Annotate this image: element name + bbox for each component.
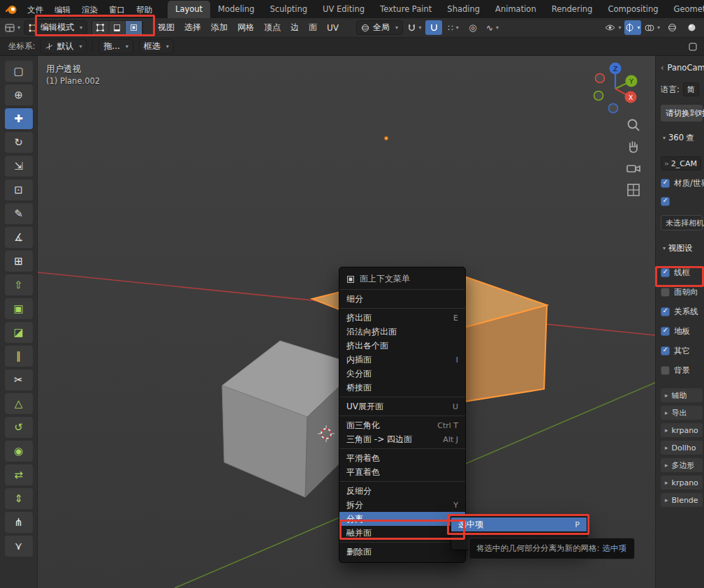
checkbox-row[interactable]: 线框 bbox=[661, 265, 704, 279]
tool-button[interactable]: ✂ bbox=[5, 369, 33, 390]
shading-solid-button[interactable] bbox=[683, 20, 700, 35]
menubar-item[interactable]: 窗口 bbox=[103, 3, 131, 17]
tool-button[interactable]: ⊞ bbox=[5, 251, 33, 272]
viewport-menu-item[interactable]: 顶点 bbox=[259, 20, 286, 36]
checkbox[interactable] bbox=[661, 346, 670, 355]
snap-dropdown[interactable]: ▾ bbox=[406, 20, 423, 35]
context-menu-item[interactable]: 反细分 ▶ bbox=[339, 484, 465, 498]
collapsed-section-row[interactable]: ▸ 导出 bbox=[661, 406, 703, 420]
workspace-tab[interactable]: UV Editing bbox=[315, 1, 372, 18]
context-menu-item[interactable]: 分离 P ▶ bbox=[339, 512, 465, 526]
workspace-tab[interactable]: Modeling bbox=[210, 1, 262, 18]
tool-button[interactable]: ⊡ bbox=[5, 179, 33, 200]
workspace-tab[interactable]: Rendering bbox=[544, 1, 601, 18]
tool-button[interactable]: ⇄ bbox=[5, 464, 33, 485]
menubar-item[interactable]: 文件 bbox=[22, 3, 49, 17]
viewport-3d[interactable]: 用户透视 (1) Plane.002 Z Y X bbox=[38, 56, 655, 588]
context-menu-item[interactable] bbox=[339, 416, 465, 416]
tool-button[interactable]: ◪ bbox=[5, 322, 33, 343]
checkbox[interactable] bbox=[661, 327, 670, 336]
checkbox[interactable] bbox=[661, 268, 670, 277]
workspace-tab[interactable]: Compositing bbox=[600, 1, 666, 18]
context-menu-item[interactable]: 桥接面 ▶ bbox=[339, 381, 465, 395]
panel-header[interactable]: ‹ PanoCam bbox=[661, 61, 704, 74]
checkbox-row[interactable]: 背景 bbox=[661, 363, 704, 377]
options-icon[interactable] bbox=[684, 39, 701, 54]
checkbox[interactable] bbox=[661, 307, 670, 316]
checkbox[interactable] bbox=[661, 179, 670, 188]
shading-wireframe-button[interactable] bbox=[663, 20, 680, 35]
context-menu-item[interactable]: 挤出面 E ▶ bbox=[339, 311, 465, 325]
viewport-menu-item[interactable]: 选择 bbox=[179, 20, 206, 36]
visibility-dropdown[interactable]: ▾ bbox=[605, 20, 622, 35]
submenu-item[interactable]: 选中项 P bbox=[451, 517, 587, 531]
context-menu-item[interactable]: 尖分面 ▶ bbox=[339, 367, 465, 381]
navigation-gizmo[interactable]: Z Y X bbox=[587, 61, 643, 117]
checkbox[interactable] bbox=[661, 366, 670, 375]
context-menu-item[interactable]: 面三角化 Ctrl T ▶ bbox=[339, 418, 465, 432]
context-menu-item[interactable]: UV展开面 U ▶ bbox=[339, 399, 465, 413]
context-menu-item[interactable]: 沿法向挤出面 ▶ bbox=[339, 325, 465, 339]
proportional-falloff-dropdown[interactable]: ∿ ▾ bbox=[484, 20, 501, 35]
language-dropdown[interactable]: 简 bbox=[683, 82, 699, 96]
context-menu-item[interactable] bbox=[339, 481, 465, 482]
checkbox[interactable] bbox=[661, 197, 670, 206]
checkbox-row[interactable]: 地板 bbox=[661, 324, 704, 338]
mode-dropdown[interactable]: 编辑模式 ▾ bbox=[24, 20, 87, 35]
tool-button[interactable]: ✚ bbox=[5, 108, 33, 129]
context-menu-item[interactable]: 平直着色 ▶ bbox=[339, 465, 465, 479]
tool-button[interactable]: ⇕ bbox=[5, 488, 33, 509]
drag-mode-dropdown[interactable]: 拖... ▾ bbox=[98, 39, 133, 54]
section-360-header[interactable]: ▾ 360 查 bbox=[661, 131, 704, 144]
checkbox[interactable] bbox=[661, 288, 670, 297]
context-menu-item[interactable]: 平滑着色 ▶ bbox=[339, 451, 465, 465]
checkbox-row[interactable]: 面朝向 bbox=[661, 285, 704, 299]
tool-button[interactable]: ⇲ bbox=[5, 156, 33, 177]
overlays-dropdown[interactable]: ▾ bbox=[644, 20, 661, 35]
pan-hand-icon[interactable] bbox=[626, 139, 641, 154]
context-menu-item[interactable]: 内插面 I ▶ bbox=[339, 353, 465, 367]
checkbox-row[interactable] bbox=[661, 194, 704, 208]
tool-button[interactable]: ↻ bbox=[5, 132, 33, 153]
tool-button[interactable]: ▢ bbox=[5, 61, 33, 82]
collapsed-section-row[interactable]: ▸ krpano bbox=[661, 476, 703, 490]
checkbox-row[interactable]: 其它 bbox=[661, 344, 704, 358]
tool-button[interactable]: ∡ bbox=[5, 227, 33, 248]
workspace-tab[interactable]: Sculpting bbox=[262, 1, 315, 18]
editor-type-button[interactable]: ▾ bbox=[4, 20, 21, 35]
camera-view-icon[interactable] bbox=[626, 161, 641, 176]
checkbox-row[interactable]: 材质/世界 bbox=[661, 176, 704, 190]
context-menu-item[interactable]: 细分 ▶ bbox=[339, 292, 465, 306]
tool-button[interactable]: ◉ bbox=[5, 441, 33, 462]
workspace-tab[interactable]: Shading bbox=[439, 1, 487, 18]
collapsed-section-row[interactable]: ▸ Dollho bbox=[661, 441, 703, 455]
collapsed-section-row[interactable]: ▸ krpano bbox=[661, 423, 703, 437]
context-menu-item[interactable]: 拆分 Y ▶ bbox=[339, 498, 465, 512]
proportional-editing-toggle[interactable]: ◎ bbox=[464, 20, 481, 35]
orthographic-grid-icon[interactable] bbox=[626, 182, 641, 198]
viewport-menu-item[interactable]: 添加 bbox=[206, 20, 233, 36]
tool-button[interactable]: ⇧ bbox=[5, 274, 33, 295]
gizmos-toggle[interactable]: ▾ bbox=[624, 20, 641, 35]
menubar-item[interactable]: 渲染 bbox=[76, 3, 103, 17]
menubar-item[interactable]: 帮助 bbox=[131, 3, 158, 17]
coordinate-system-dropdown[interactable]: 默认 ▾ bbox=[41, 39, 87, 54]
zoom-icon[interactable] bbox=[626, 117, 641, 133]
workspace-tab[interactable]: Texture Paint bbox=[372, 1, 439, 18]
context-menu-item[interactable] bbox=[339, 448, 465, 449]
viewport-menu-item[interactable]: 面 bbox=[304, 20, 322, 36]
tool-button[interactable]: ✎ bbox=[5, 203, 33, 224]
select-mode-dropdown[interactable]: 框选 ▾ bbox=[139, 39, 174, 54]
viewport-menu-item[interactable]: 网格 bbox=[233, 20, 259, 36]
edge-select-button[interactable] bbox=[109, 21, 126, 35]
viewport-menu-item[interactable]: 边 bbox=[286, 20, 304, 36]
viewport-menu-item[interactable]: 视图 bbox=[153, 20, 179, 36]
section-view-header[interactable]: ▾ 视图设 bbox=[661, 242, 704, 254]
collapsed-section-row[interactable]: ▸ 多边形 bbox=[661, 458, 703, 472]
camera-dropdown[interactable]: 2_CAM bbox=[661, 156, 701, 170]
tool-button[interactable]: ⋎ bbox=[5, 536, 33, 557]
workspace-tab[interactable]: Animation bbox=[487, 1, 544, 18]
orientation-dropdown[interactable]: 全局 ▾ bbox=[356, 20, 403, 35]
tool-button[interactable]: ⋔ bbox=[5, 512, 33, 533]
context-menu-item[interactable] bbox=[339, 308, 465, 309]
